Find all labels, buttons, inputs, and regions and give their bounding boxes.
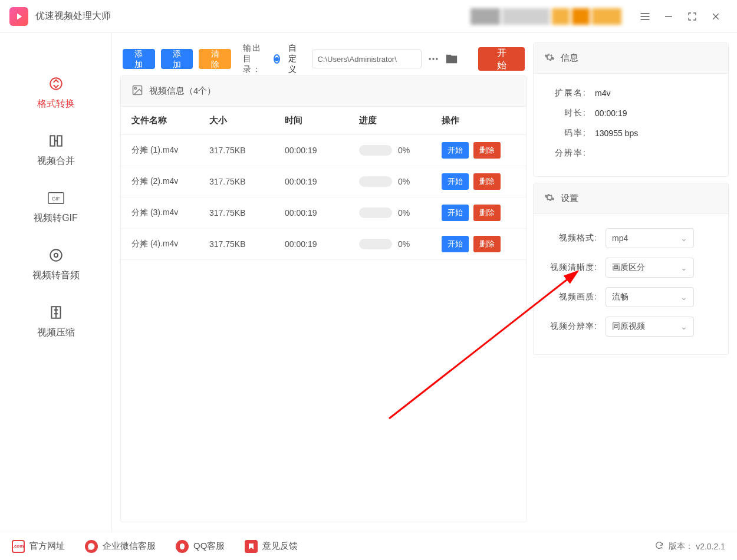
cell-progress: 0% bbox=[359, 239, 442, 249]
wechat-icon bbox=[85, 540, 98, 553]
row-delete-button[interactable]: 删除 bbox=[473, 142, 501, 159]
table-row: 分摊 (3).m4v 317.75KB 00:00:19 0% 开始 删除 bbox=[121, 197, 527, 229]
nav-item-2[interactable]: GIF 视频转GIF bbox=[15, 189, 97, 225]
setting-quality-select[interactable]: 流畅⌄ bbox=[606, 287, 694, 307]
menu-button[interactable] bbox=[633, 5, 657, 28]
footer-site-link[interactable]: .com 官方网址 bbox=[12, 540, 65, 553]
nav-label: 视频转GIF bbox=[34, 212, 78, 225]
user-area-blurred bbox=[468, 7, 621, 26]
cell-time: 00:00:19 bbox=[285, 239, 359, 249]
setting-format-select[interactable]: mp4⌄ bbox=[606, 228, 694, 248]
output-custom-radio[interactable] bbox=[274, 54, 280, 64]
cell-time: 00:00:19 bbox=[285, 146, 359, 155]
nav-item-0[interactable]: 格式转换 bbox=[15, 74, 97, 110]
setting-resolution-label: 视频分辨率: bbox=[544, 321, 597, 332]
app-title: 优速视频处理大师 bbox=[35, 10, 111, 22]
cell-size: 317.75KB bbox=[209, 177, 285, 186]
close-button[interactable] bbox=[704, 5, 728, 28]
nav-label: 格式转换 bbox=[37, 98, 75, 110]
svg-point-15 bbox=[433, 58, 435, 60]
open-folder-button[interactable] bbox=[445, 50, 458, 68]
row-start-button[interactable]: 开始 bbox=[442, 236, 469, 252]
sidebar: 格式转换 视频合并GIF 视频转GIF 视频转音频 视频压缩 bbox=[0, 33, 112, 532]
col-progress: 进度 bbox=[359, 115, 442, 126]
table-header: 文件名称 大小 时间 进度 操作 bbox=[121, 107, 527, 135]
add-file-button[interactable]: 添加文件 bbox=[123, 49, 155, 69]
gear-icon bbox=[544, 52, 555, 64]
chevron-down-icon: ⌄ bbox=[680, 292, 687, 302]
info-duration-label: 时长: bbox=[544, 108, 587, 118]
svg-point-16 bbox=[436, 58, 438, 60]
cell-ops: 开始 删除 bbox=[442, 236, 516, 252]
setting-clarity-select[interactable]: 画质区分⌄ bbox=[606, 258, 694, 278]
cell-progress: 0% bbox=[359, 207, 442, 218]
row-delete-button[interactable]: 删除 bbox=[473, 236, 501, 252]
info-ext-label: 扩展名: bbox=[544, 88, 587, 98]
start-convert-button[interactable]: 开始转换 bbox=[478, 47, 525, 71]
info-bitrate-label: 码率: bbox=[544, 128, 587, 139]
convert-icon bbox=[47, 74, 65, 93]
cell-name: 分摊 (2).m4v bbox=[131, 176, 209, 187]
clear-list-button[interactable]: 清除列表 bbox=[199, 49, 231, 69]
progress-text: 0% bbox=[398, 177, 410, 186]
app-logo bbox=[9, 7, 28, 26]
setting-resolution-select[interactable]: 同原视频⌄ bbox=[606, 317, 694, 337]
progress-text: 0% bbox=[398, 208, 410, 218]
video-list-title: 视频信息 bbox=[149, 85, 185, 97]
setting-quality-label: 视频画质: bbox=[544, 292, 597, 302]
info-panel: 信息 扩展名:m4v 时长:00:00:19 码率:130955 bps 分辨率… bbox=[533, 42, 729, 177]
row-start-button[interactable]: 开始 bbox=[442, 173, 469, 190]
footer-feedback-link[interactable]: 意见反馈 bbox=[245, 540, 298, 553]
version-info[interactable]: 版本： v2.0.2.1 bbox=[654, 541, 725, 552]
gear-icon bbox=[544, 192, 555, 205]
toolbar: 添加文件 添加目录 清除列表 输出目录： 自定义 开始转换 bbox=[120, 42, 527, 75]
row-delete-button[interactable]: 删除 bbox=[473, 205, 501, 221]
col-name: 文件名称 bbox=[131, 115, 209, 126]
progress-bar bbox=[359, 145, 392, 156]
col-ops: 操作 bbox=[442, 115, 516, 126]
row-start-button[interactable]: 开始 bbox=[442, 142, 469, 159]
minimize-button[interactable] bbox=[657, 5, 680, 28]
video-list-header: 视频信息 （4个） bbox=[121, 76, 527, 107]
cell-ops: 开始 删除 bbox=[442, 142, 516, 159]
svg-rect-7 bbox=[50, 136, 55, 146]
cell-progress: 0% bbox=[359, 145, 442, 156]
cell-time: 00:00:19 bbox=[285, 177, 359, 186]
settings-panel-title: 设置 bbox=[561, 193, 578, 204]
svg-point-20 bbox=[180, 543, 185, 549]
video-list-panel: 视频信息 （4个） 文件名称 大小 时间 进度 操作 分摊 (1).m4v 31… bbox=[120, 75, 527, 522]
table-row: 分摊 (4).m4v 317.75KB 00:00:19 0% 开始 删除 bbox=[121, 229, 527, 260]
progress-text: 0% bbox=[398, 239, 410, 249]
setting-format-label: 视频格式: bbox=[544, 233, 597, 243]
svg-point-12 bbox=[54, 253, 58, 258]
nav-item-3[interactable]: 视频转音频 bbox=[15, 246, 97, 282]
cell-size: 317.75KB bbox=[209, 146, 285, 155]
nav-item-4[interactable]: 视频压缩 bbox=[15, 303, 97, 339]
fullscreen-button[interactable] bbox=[680, 5, 704, 28]
cell-progress: 0% bbox=[359, 176, 442, 187]
footer-wechat-link[interactable]: 企业微信客服 bbox=[85, 540, 156, 553]
table-row: 分摊 (1).m4v 317.75KB 00:00:19 0% 开始 删除 bbox=[121, 135, 527, 166]
nav-item-1[interactable]: 视频合并 bbox=[15, 131, 97, 167]
output-custom-label[interactable]: 自定义 bbox=[288, 43, 300, 75]
chevron-down-icon: ⌄ bbox=[680, 233, 687, 243]
cell-name: 分摊 (4).m4v bbox=[131, 238, 209, 250]
output-path-input[interactable] bbox=[312, 50, 422, 68]
row-start-button[interactable]: 开始 bbox=[442, 205, 469, 221]
footer: .com 官方网址 企业微信客服 QQ客服 意见反馈 版本： v2.0.2.1 bbox=[0, 532, 737, 560]
nav-label: 视频合并 bbox=[37, 155, 75, 167]
output-dir-label: 输出目录： bbox=[243, 43, 265, 75]
col-size: 大小 bbox=[209, 115, 285, 126]
progress-text: 0% bbox=[398, 146, 410, 155]
output-more-button[interactable] bbox=[427, 50, 439, 68]
cell-name: 分摊 (3).m4v bbox=[131, 207, 209, 219]
cell-size: 317.75KB bbox=[209, 208, 285, 218]
add-folder-button[interactable]: 添加目录 bbox=[161, 49, 193, 69]
info-resolution-label: 分辨率: bbox=[544, 148, 587, 159]
image-icon bbox=[131, 84, 143, 98]
progress-bar bbox=[359, 207, 392, 218]
merge-icon bbox=[47, 131, 65, 150]
table-row: 分摊 (2).m4v 317.75KB 00:00:19 0% 开始 删除 bbox=[121, 166, 527, 197]
footer-qq-link[interactable]: QQ客服 bbox=[176, 540, 225, 553]
row-delete-button[interactable]: 删除 bbox=[473, 173, 501, 190]
